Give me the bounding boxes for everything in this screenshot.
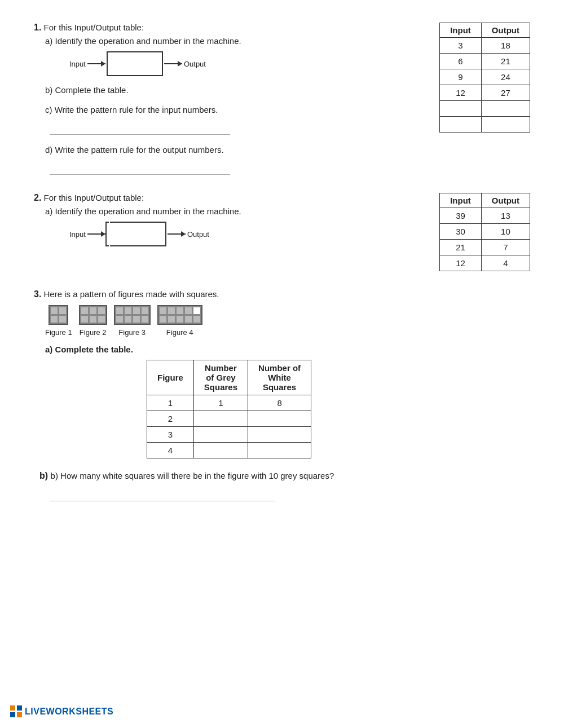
q2-machine-box [110,222,166,246]
fig3-cell [141,307,149,315]
figure-3-group: Figure 3 [114,305,151,337]
q2-intro: For this Input/Output table: [44,193,144,202]
fig4-cell [184,307,192,315]
q1-machine-box [107,51,163,76]
fig1-cell [50,315,58,323]
table-cell [193,427,248,443]
fig3-cell [116,307,124,315]
q2-main-row: 2. For this Input/Output table: a) Ident… [34,193,530,271]
q1-table-container: Input Output 3186219241227 [439,23,530,133]
q2-table: Input Output 39133010217124 [439,193,530,271]
fig3-cell [124,307,132,315]
figure-1-label: Figure 1 [45,328,72,337]
fig4-cell [168,315,175,323]
fig1-cell [59,315,67,323]
q2-output-arrow [168,233,186,235]
q3-sub-b: b) How many white squares will there be … [51,471,334,480]
q2-table-container: Input Output 39133010217124 [439,193,530,271]
table-cell: 1 [193,395,248,411]
q2-input-arrow [87,233,105,235]
q1-left: 1. For this Input/Output table: a) Ident… [34,23,406,175]
q2-sub-a: a) Identify the operation and number in … [45,206,406,216]
fig4-cell [159,307,167,315]
q2-number: 2. [34,193,41,202]
q3-sub-b-answer [45,491,530,501]
fig2-cell [81,315,89,323]
table-cell: 8 [248,395,311,411]
q1-table: Input Output 3186219241227 [439,23,530,133]
fig1-cell [59,307,67,315]
figure-4-grid [157,305,202,325]
q1-sub-b: b) Complete the table. [45,85,406,95]
fig3-cell [116,315,124,323]
figure-2-group: Figure 2 [79,305,107,337]
logo-sq-orange-1 [10,705,15,711]
table-cell: 30 [440,224,482,240]
table-cell [193,443,248,458]
table-cell: 12 [440,85,482,101]
footer: LIVEWORKSHEETS [0,705,564,718]
q1-main-row: 1. For this Input/Output table: a) Ident… [34,23,530,175]
q1-sub-d: d) Write the pattern rule for the output… [45,145,406,155]
table-cell: 4 [481,255,530,271]
q3-intro: Here is a pattern of figures made with s… [44,289,219,299]
logo-squares [10,705,23,718]
logo-sq-orange-2 [17,712,22,717]
footer-logo: LIVEWORKSHEETS [10,705,113,718]
figure-1-group: Figure 1 [45,305,72,337]
q1-input-arrow [87,63,105,64]
table-cell [193,411,248,427]
q1-machine-diagram: Input Output [68,51,406,76]
table-cell [440,101,482,117]
q2-machine-inner-box [105,222,109,246]
fig3-cell [124,315,132,323]
q3-col-figure: Figure [147,360,194,395]
table-cell: 3 [147,427,194,443]
q3-sub-b-label: b) [39,471,51,480]
q3-figures-row: Figure 1 Figure 2 [45,305,530,337]
table-cell [248,443,311,458]
table-cell: 2 [147,411,194,427]
logo-sq-blue-1 [17,705,22,711]
table-cell: 21 [440,240,482,255]
fig4-cell [168,307,175,315]
q1-intro: For this Input/Output table: [44,23,144,32]
table-cell [481,117,530,133]
q1-number: 1. [34,23,41,32]
fig4-cell [176,307,184,315]
q3-table: Figure Numberof GreySquares Number ofWhi… [147,360,311,458]
table-cell: 1 [147,395,194,411]
question-2: 2. For this Input/Output table: a) Ident… [34,193,530,271]
fig4-cell [193,307,201,315]
table-cell: 9 [440,69,482,85]
fig2-cell [98,307,105,315]
figure-4-label: Figure 4 [166,328,193,337]
logo-sq-blue-2 [10,712,15,717]
q2-machine-output-label: Output [187,230,209,239]
table-cell [481,101,530,117]
table-cell: 21 [481,54,530,69]
fig2-cell [89,315,97,323]
q2-machine-input-label: Input [69,230,86,239]
q1-machine-input-label: Input [69,60,86,68]
fig4-cell [159,315,167,323]
fig3-cell [141,315,149,323]
fig2-cell [89,307,97,315]
fig4-cell [193,315,201,323]
q1-output-arrow [164,63,182,64]
footer-brand: LIVEWORKSHEETS [25,707,113,717]
fig2-cell [98,315,105,323]
table-cell [440,117,482,133]
table-cell: 18 [481,38,530,54]
figure-1-grid [49,305,68,325]
q2-col-output: Output [481,193,530,208]
fig2-cell [81,307,89,315]
fig1-cell [50,307,58,315]
q3-number: 3. [34,289,41,299]
figure-3-grid [114,305,151,325]
table-cell: 27 [481,85,530,101]
q1-sub-d-answer [45,165,406,175]
q3-sub-a: a) Complete the table. [45,345,530,354]
q1-sub-a: a) Identify the operation and number in … [45,36,406,46]
q2-col-input: Input [440,193,482,208]
